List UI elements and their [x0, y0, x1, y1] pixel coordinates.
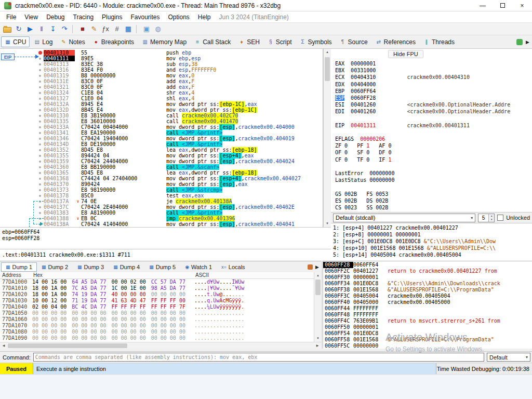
breakpoint-gutter[interactable] — [0, 118, 44, 124]
run-icon[interactable]: ▶ — [25, 24, 35, 34]
stack-row[interactable]: 0060FF48 FFFFFFFF — [323, 312, 532, 318]
register-row[interactable]: ES 002B DS 002B — [335, 197, 532, 204]
disasm-scrollbar[interactable]: ▲ ▼ — [323, 49, 330, 227]
disasm-row[interactable]: 00401324 C1E8 04 shr eax,4 — [0, 90, 323, 96]
stepper-up-icon[interactable]: ▴ — [489, 214, 494, 218]
disasm-row[interactable]: 00401378 85C0 test eax,eax — [0, 193, 323, 198]
breakpoint-gutter[interactable] — [0, 73, 44, 78]
memory-map-icon[interactable]: ▦ — [123, 24, 134, 34]
dump-tabs-overflow-icon[interactable]: ▶ — [315, 264, 319, 270]
register-row[interactable]: CF 0 TF 0 IF 1 — [335, 156, 532, 163]
register-row[interactable]: EDI 00401260 <crackme0x00.OptionalHeader… — [335, 108, 532, 115]
tab-dump-3[interactable]: ▦ Dump 3 — [73, 262, 109, 272]
tab-seh[interactable]: ♦ SEH — [235, 36, 263, 47]
tab-threads[interactable]: ∥ Threads — [420, 36, 458, 47]
tab-script[interactable]: § Script — [264, 36, 296, 47]
stack-row[interactable]: 0060FF34 001E0DC8 &"C:\\Users\\Admin\\Do… — [323, 281, 532, 287]
dump-scrollbar[interactable]: ▲ ▼ — [314, 272, 321, 342]
open-file-icon[interactable] — [2, 24, 12, 34]
dump-row[interactable]: 77DA1080 00 00 00 0000 00 00 0000 00 00 … — [0, 329, 314, 335]
maximize-button[interactable] — [493, 0, 512, 11]
tab-memory-map[interactable]: ▥ Memory Map — [138, 36, 190, 47]
dump-horizontal-scrollbar[interactable]: ◀ ▶ — [0, 342, 321, 349]
dump-row[interactable]: 77DA1070 00 00 00 0000 00 00 0000 00 00 … — [0, 323, 314, 329]
disasm-row[interactable]: 00401365 8D45 E8 lea eax,dword ptr ss:[e… — [0, 170, 323, 176]
breakpoint-gutter[interactable] — [0, 170, 44, 176]
scroll-up-icon[interactable]: ▲ — [314, 272, 322, 279]
breakpoint-gutter[interactable] — [0, 181, 44, 187]
stack-row[interactable]: 0060FF2C 00401227 return to crackme0x00.… — [323, 268, 532, 274]
register-row[interactable] — [335, 183, 532, 190]
breakpoint-gutter[interactable] — [0, 84, 44, 90]
stop-icon[interactable]: ■ — [77, 24, 88, 34]
tab-references[interactable]: ⇄ References — [372, 36, 419, 47]
breakpoint-gutter[interactable] — [0, 90, 44, 96]
register-row[interactable]: EBX 00331000 — [335, 67, 532, 74]
disasm-row[interactable]: 00401327 C1E0 04 shl eax,4 — [0, 96, 323, 101]
scroll-up-icon[interactable]: ▲ — [324, 49, 331, 56]
tab-notes[interactable]: ✎ Notes — [57, 36, 88, 47]
tab-breakpoints[interactable]: ● Breakpoints — [89, 36, 138, 47]
register-row[interactable]: EFLAGS 00000206 — [335, 136, 532, 142]
disasm-row[interactable]: 00401388 ∨ EB 0C jmp crackme0x00.401396 — [0, 216, 323, 221]
tab-symbols[interactable]: Σ Symbols — [296, 36, 336, 47]
breakpoint-gutter[interactable] — [0, 96, 44, 101]
menu-item[interactable]: View — [20, 12, 42, 22]
register-row[interactable]: GS 002B FS 0053 — [335, 191, 532, 197]
tab-dump-2[interactable]: ▦ Dump 2 — [37, 262, 73, 272]
register-row[interactable]: OF 0 SF 0 DF 0 — [335, 149, 532, 156]
dump-row[interactable]: 77DA1020 18 00 1A 0074 19 DA 7740 00 00 … — [0, 291, 314, 298]
breakpoint-gutter[interactable] — [0, 141, 44, 147]
register-row[interactable]: ECX 00404310 crackme0x00.00404310 — [335, 74, 532, 81]
disasm-row[interactable]: 0040134D E8 DE190000 call <JMP.&printf> — [0, 141, 323, 147]
disasm-row[interactable]: 0040138A C70424 41404000 mov dword ptr s… — [0, 221, 323, 227]
pause-icon[interactable]: ‖ — [36, 24, 47, 34]
disasm-row[interactable]: 0040137C C70424 2E404000 mov dword ptr s… — [0, 204, 323, 210]
disasm-row[interactable]: 0040132D 8B45 E4 mov eax,dword ptr ss:[e… — [0, 107, 323, 113]
calling-convention-select[interactable]: Default (stdcall) ▾ — [333, 214, 475, 222]
dump-row[interactable]: 77DA1000 14 00 16 0064 A5 DA 7700 00 02 … — [0, 279, 314, 285]
breakpoint-gutter[interactable] — [0, 187, 44, 193]
disasm-row[interactable]: 00401310 55 push ebp — [0, 50, 323, 56]
stack-row[interactable]: 0060FF30 00000001 — [323, 274, 532, 281]
scrollbar-thumb[interactable] — [315, 280, 321, 295]
tab-dump-4[interactable]: ▦ Dump 4 — [109, 262, 144, 272]
dump-table[interactable]: 77DA1000 14 00 16 0064 A5 DA 7700 00 02 … — [0, 279, 314, 342]
register-row[interactable] — [335, 163, 532, 170]
tab-log[interactable]: ▤ Log — [30, 36, 56, 47]
scrollbar-thumb[interactable] — [325, 57, 330, 81]
disasm-row[interactable]: 00401373 E8 98190000 call <JMP.&strcmp> — [0, 187, 323, 193]
breakpoint-gutter[interactable] — [0, 204, 44, 210]
disasm-row[interactable]: 00401355 894424 04 mov dword ptr ss:[esp… — [0, 153, 323, 158]
tab-locals[interactable]: x= Locals — [217, 262, 250, 272]
breakpoint-gutter[interactable] — [0, 61, 44, 67]
toolbar-separator[interactable] — [136, 25, 139, 33]
dump-row[interactable]: 77DA1090 00 00 00 0000 00 00 0000 00 00 … — [0, 335, 314, 341]
register-row[interactable] — [335, 115, 532, 122]
dump-row[interactable]: 77DA1050 00 00 00 0000 00 00 0000 00 00 … — [0, 310, 314, 316]
menu-item[interactable]: Help — [194, 12, 215, 22]
globe-icon[interactable]: ◍ — [153, 24, 163, 34]
disasm-row[interactable]: 00401335 E8 36010000 call crackme0x00.40… — [0, 118, 323, 124]
disasm-row[interactable]: 00401330 E8 3B190000 call crackme0x00.40… — [0, 113, 323, 118]
disasm-row[interactable]: 00401383 E8 A8190000 call <JMP.&printf> — [0, 210, 323, 216]
stack-row[interactable]: 0060FF50 00000001 — [323, 324, 532, 330]
disasm-row[interactable]: 00401368 C74424 04 27404000 mov dword pt… — [0, 176, 323, 181]
chat-icon[interactable]: ▣ — [141, 24, 152, 34]
dump-row[interactable]: 77DA1030 10 00 12 0071 19 DA 7741 63 4D … — [0, 298, 314, 304]
stack-pane[interactable]: 0060FF28 0060FF64 0060FF2C 00401227 retu… — [323, 261, 532, 349]
register-row[interactable]: EAX 00000001 — [335, 60, 532, 67]
hide-fpu-button[interactable]: Hide FPU — [388, 50, 423, 58]
patch-icon[interactable]: ✎ — [89, 24, 99, 34]
tab-call-stack[interactable]: ≡ Call Stack — [191, 36, 234, 47]
disasm-row[interactable]: 0040132A 8945 E4 mov dword ptr ss:[ebp-1… — [0, 101, 323, 107]
dump-row[interactable]: 77DA1010 18 00 1A 007C A5 DA 771C 00 1E … — [0, 285, 314, 291]
register-row[interactable] — [335, 129, 532, 136]
plugin-icon[interactable] — [516, 39, 523, 45]
menu-item[interactable]: Options — [164, 12, 193, 22]
stack-row[interactable]: 0060FF40 00405000 crackme0x00.00405000 — [323, 299, 532, 305]
breakpoint-gutter[interactable] — [0, 193, 44, 198]
breakpoint-gutter[interactable] — [0, 136, 44, 141]
tab-dump-1[interactable]: ▦ Dump 1 — [1, 262, 37, 272]
fx-icon[interactable]: ƒx — [100, 24, 111, 34]
